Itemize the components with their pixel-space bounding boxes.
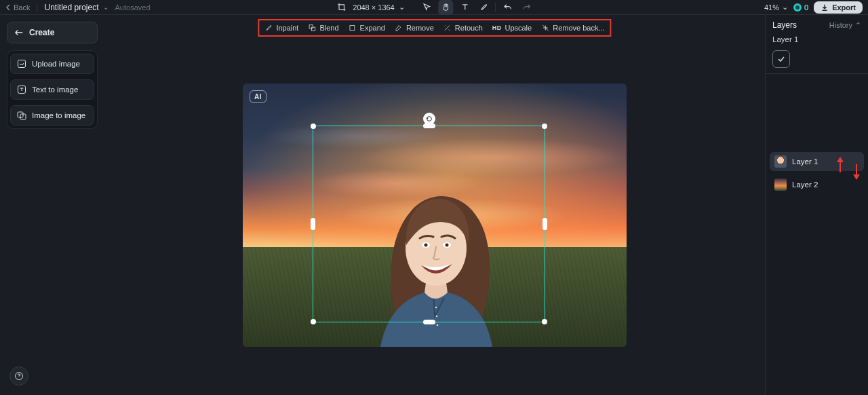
- tool-label: Upscale: [505, 24, 532, 32]
- selected-layer-section: Layer 1: [766, 35, 868, 73]
- resize-handle-t[interactable]: [423, 124, 435, 128]
- hand-tool[interactable]: [439, 0, 454, 15]
- text-to-image-item[interactable]: Text to image: [10, 79, 94, 100]
- cursor-tool[interactable]: [420, 0, 435, 15]
- upload-icon: [17, 59, 26, 69]
- divider: [37, 3, 37, 12]
- item-label: Image to image: [32, 111, 85, 119]
- redo-button[interactable]: [519, 0, 534, 15]
- project-name-dropdown[interactable]: Untitled project ⌄: [44, 3, 108, 12]
- layer-name: Layer 2: [792, 181, 818, 189]
- ai-toolbar: Inpaint Blend Expand Remove Retouch HD U…: [258, 19, 611, 37]
- main: Create Upload image Text to image Image …: [0, 15, 868, 395]
- upload-image-item[interactable]: Upload image: [10, 54, 94, 74]
- download-icon: [821, 3, 829, 12]
- annotation-arrow-up: [837, 157, 844, 172]
- credits-badge[interactable]: 0: [793, 3, 808, 12]
- remove-background-tool[interactable]: Remove back...: [541, 24, 604, 32]
- chevron-down-icon: ⌄: [782, 3, 788, 12]
- back-label: Back: [14, 3, 30, 12]
- blend-tool[interactable]: Blend: [308, 24, 338, 32]
- inpaint-tool[interactable]: Inpaint: [264, 24, 298, 32]
- expand-icon: [349, 24, 357, 32]
- svg-point-9: [437, 324, 439, 326]
- layer-visibility-thumb[interactable]: [772, 50, 790, 68]
- help-icon: [14, 371, 24, 381]
- undo-button[interactable]: [500, 0, 515, 15]
- tool-label: Retouch: [455, 24, 483, 32]
- svg-rect-0: [18, 60, 26, 68]
- layer-name: Layer 1: [792, 157, 818, 166]
- ai-badge: AI: [250, 90, 267, 103]
- dims-text: 2048 × 1364: [353, 3, 394, 12]
- bgremove-icon: [541, 24, 549, 32]
- layer-row-2[interactable]: Layer 2: [770, 175, 864, 194]
- project-name-text: Untitled project: [44, 3, 98, 12]
- back-button[interactable]: Back: [5, 3, 30, 12]
- svg-rect-5: [312, 27, 315, 31]
- tool-label: Inpaint: [276, 24, 298, 32]
- create-button[interactable]: Create: [7, 22, 98, 43]
- create-arrow-icon: [14, 29, 24, 37]
- brush-icon: [264, 24, 273, 32]
- rotate-icon: [426, 115, 433, 122]
- history-toggle[interactable]: History ⌃: [829, 21, 861, 30]
- expand-tool[interactable]: Expand: [349, 24, 385, 32]
- redo-icon: [522, 3, 531, 12]
- chevron-up-icon: ⌃: [855, 21, 861, 30]
- layer-thumb: [774, 155, 787, 168]
- help-button[interactable]: [9, 366, 28, 385]
- item-label: Text to image: [32, 86, 78, 94]
- hand-icon: [441, 3, 450, 12]
- canvas-dimensions[interactable]: 2048 × 1364 ⌄: [353, 3, 404, 12]
- item-label: Upload image: [32, 60, 80, 68]
- chevron-down-icon: ⌄: [103, 3, 108, 11]
- left-panel: Create Upload image Text to image Image …: [0, 15, 104, 395]
- eraser-icon: [395, 24, 403, 32]
- canvas-size-button[interactable]: [334, 0, 349, 15]
- autosaved-status: Autosaved: [115, 3, 151, 12]
- brush-icon: [479, 3, 488, 12]
- layer-row-1[interactable]: Layer 1: [770, 152, 864, 171]
- resize-handle-tl[interactable]: [311, 124, 316, 129]
- resize-handle-br[interactable]: [542, 319, 547, 324]
- layers-title: Layers: [772, 20, 797, 30]
- tool-label: Expand: [360, 24, 385, 32]
- resize-handle-tr[interactable]: [542, 124, 547, 129]
- resize-handle-bl[interactable]: [311, 319, 316, 324]
- undo-icon: [503, 3, 512, 12]
- remove-tool[interactable]: Remove: [395, 24, 434, 32]
- image-to-image-item[interactable]: Image to image: [10, 105, 94, 126]
- selection-box[interactable]: [313, 126, 545, 322]
- cursor-icon: [422, 3, 431, 12]
- svg-rect-6: [350, 26, 355, 31]
- upscale-tool[interactable]: HD Upscale: [492, 24, 532, 32]
- layer-thumb: [774, 178, 787, 191]
- artboard[interactable]: AI: [243, 83, 627, 347]
- topbar-right: 41% ⌄ 0 Export: [764, 1, 863, 14]
- image-icon: [17, 111, 26, 120]
- blend-icon: [308, 24, 316, 32]
- export-button[interactable]: Export: [814, 1, 863, 14]
- chevron-down-icon: ⌄: [399, 3, 405, 12]
- resize-handle-l[interactable]: [311, 218, 315, 230]
- brush-tool[interactable]: [477, 0, 492, 15]
- zoom-dropdown[interactable]: 41% ⌄: [764, 3, 788, 12]
- layers-panel: Layers History ⌃ Layer 1 Layer 1 Layer 2: [765, 15, 868, 395]
- sparkle-icon: [443, 24, 452, 32]
- history-label: History: [829, 21, 852, 29]
- create-label: Create: [29, 28, 54, 37]
- crop-icon: [337, 3, 346, 12]
- text-tool[interactable]: [458, 0, 473, 15]
- retouch-tool[interactable]: Retouch: [443, 24, 483, 32]
- canvas-area[interactable]: Inpaint Blend Expand Remove Retouch HD U…: [104, 15, 765, 395]
- export-label: Export: [832, 3, 856, 12]
- resize-handle-b[interactable]: [423, 320, 435, 324]
- tool-label: Remove back...: [553, 24, 604, 32]
- resize-handle-r[interactable]: [542, 218, 547, 230]
- text-icon: [17, 85, 26, 94]
- hd-icon: HD: [492, 24, 502, 31]
- divider: [496, 3, 496, 12]
- top-bar: Back Untitled project ⌄ Autosaved 2048 ×…: [0, 0, 868, 15]
- panel-spacer: [766, 73, 868, 148]
